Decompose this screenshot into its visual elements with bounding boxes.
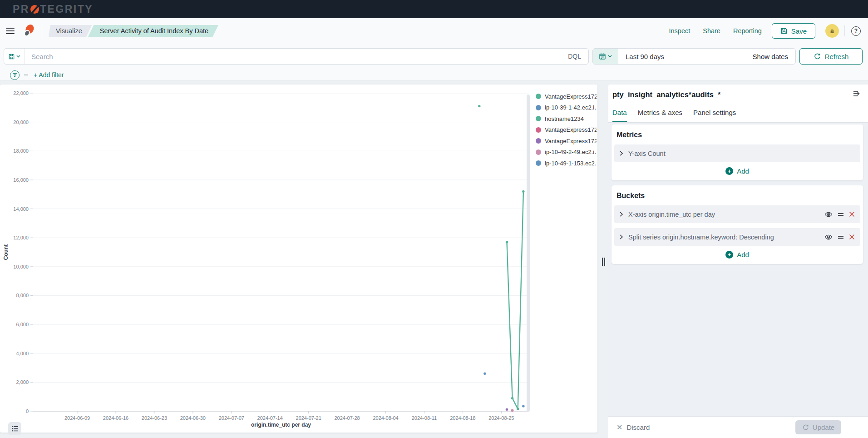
saved-query-menu-button[interactable] <box>4 49 25 64</box>
legend-swatch-icon <box>536 116 541 121</box>
editor-tabs: Data Metrics & axes Panel settings <box>612 109 736 122</box>
legend-swatch-icon <box>536 138 541 144</box>
legend-item[interactable]: VantageExpress172… <box>536 91 597 102</box>
tab-metrics-axes[interactable]: Metrics & axes <box>638 109 682 122</box>
y-tick-label: 14,000 <box>13 206 29 212</box>
drag-handle-icon[interactable] <box>838 235 844 239</box>
x-tick-label: 2024-06-16 <box>103 415 128 421</box>
y-tick-label: 4,000 <box>16 351 29 356</box>
refresh-button[interactable]: Refresh <box>799 48 863 65</box>
refresh-icon <box>814 53 821 60</box>
legend-swatch-icon <box>536 94 541 99</box>
search-input[interactable] <box>25 53 561 60</box>
chart-legend: VantageExpress172…ip-10-39-1-42.ec2.i…ho… <box>536 91 597 169</box>
toggle-visibility-eye-icon[interactable] <box>824 234 833 240</box>
refresh-icon <box>802 424 809 431</box>
legend-item[interactable]: hostname1234 <box>536 113 597 124</box>
legend-item[interactable]: VantageExpress172… <box>536 124 597 136</box>
header-chrome: Visualize Server Activity of Audit Index… <box>0 18 868 81</box>
discard-button[interactable]: ✕ Discard <box>616 423 650 432</box>
legend-item[interactable]: VantageExpress172… <box>536 135 597 147</box>
visualization-card: 02,0004,0006,0008,00010,00012,00014,0001… <box>0 85 597 433</box>
plus-circle-icon: + <box>725 167 733 175</box>
y-tick-label: 2,000 <box>16 379 29 385</box>
close-icon: ✕ <box>616 423 622 432</box>
metric-row-y-axis-count[interactable]: Y-axis Count <box>614 144 860 162</box>
save-button[interactable]: Save <box>772 23 815 39</box>
add-filter-button[interactable]: + Add filter <box>34 71 64 79</box>
legend-swatch-icon <box>536 149 541 155</box>
reporting-link[interactable]: Reporting <box>733 27 762 35</box>
collapse-panel-icon[interactable] <box>853 90 861 99</box>
breadcrumb-visualize[interactable]: Visualize <box>49 25 92 37</box>
filter-icon[interactable] <box>10 70 20 80</box>
chevron-right-icon <box>620 212 623 217</box>
editor-panel-header: pty_insight_analytics*audits_* Data Metr… <box>608 85 868 123</box>
help-icon[interactable]: ? <box>851 26 861 36</box>
brand-text-pre: PR <box>13 3 30 15</box>
add-metric-button[interactable]: + Add <box>725 167 749 175</box>
brand-text-post: TEGRITY <box>40 3 93 15</box>
menu-hamburger-icon[interactable] <box>0 22 20 40</box>
x-tick-label: 2024-08-18 <box>450 415 475 421</box>
toolbar-divider <box>844 25 845 36</box>
legend-swatch-icon <box>536 127 541 133</box>
chevron-down-icon <box>16 55 20 58</box>
x-tick-label: 2024-07-14 <box>257 415 283 421</box>
dql-button[interactable]: DQL <box>561 53 588 60</box>
metrics-heading: Metrics <box>616 131 860 139</box>
toggle-visibility-eye-icon[interactable] <box>824 211 833 218</box>
add-bucket-button[interactable]: + Add <box>725 251 749 259</box>
legend-item[interactable]: ip-10-49-1-153.ec2.i… <box>536 158 597 169</box>
chevron-right-icon <box>620 234 623 239</box>
x-tick-label: 2024-07-28 <box>334 415 360 421</box>
tab-panel-settings[interactable]: Panel settings <box>693 109 736 122</box>
y-tick-label: 8,000 <box>16 293 29 298</box>
buckets-heading: Buckets <box>616 192 860 200</box>
user-avatar[interactable]: a <box>825 24 839 38</box>
legend-item[interactable]: ip-10-49-2-49.ec2.i… <box>536 147 597 158</box>
editor-panel-footer: ✕ Discard Update <box>608 416 868 438</box>
bucket-row-x-axis[interactable]: X-axis origin.time_utc per day <box>614 205 860 223</box>
remove-bucket-close-icon[interactable] <box>849 234 855 240</box>
y-tick-label: 10,000 <box>13 264 29 269</box>
remove-bucket-close-icon[interactable] <box>849 211 855 217</box>
legend-scrollbar[interactable] <box>527 95 530 412</box>
y-tick-label: 0 <box>26 408 29 414</box>
x-tick-label: 2024-08-25 <box>488 415 514 421</box>
legend-swatch-icon <box>536 160 541 166</box>
line-chart[interactable]: 02,0004,0006,0008,00010,00012,00014,0001… <box>0 85 597 433</box>
app-logo-icon[interactable] <box>23 24 35 38</box>
metrics-section: Metrics Y-axis Count + Add <box>612 124 863 180</box>
x-tick-label: 2024-06-30 <box>180 415 206 421</box>
x-tick-label: 2024-07-21 <box>296 415 321 421</box>
list-icon <box>11 425 19 432</box>
update-button[interactable]: Update <box>795 420 841 434</box>
bucket-row-split-series[interactable]: Split series origin.hostname.keyword: De… <box>614 228 860 246</box>
tab-data[interactable]: Data <box>612 109 627 122</box>
saved-query-icon <box>8 53 15 60</box>
save-icon <box>780 27 788 35</box>
toolbar: Visualize Server Activity of Audit Index… <box>0 18 868 44</box>
panel-resize-handle[interactable] <box>602 258 605 266</box>
y-tick-label: 20,000 <box>13 119 29 125</box>
chevron-down-icon <box>608 55 612 58</box>
filter-dash <box>24 75 28 75</box>
buckets-section: Buckets X-axis origin.time_utc per day S… <box>612 185 863 264</box>
search-bar: DQL <box>4 48 589 65</box>
share-link[interactable]: Share <box>703 27 720 35</box>
show-dates-button[interactable]: Show dates <box>753 53 795 60</box>
index-pattern-title: pty_insight_analytics*audits_* <box>612 90 720 99</box>
time-range-value[interactable]: Last 90 days <box>618 53 664 60</box>
plot-area[interactable] <box>33 93 529 411</box>
inspect-link[interactable]: Inspect <box>669 27 690 35</box>
legend-toggle-button[interactable] <box>8 422 21 435</box>
editor-panel-body: Metrics Y-axis Count + Add Buckets X-axi… <box>608 123 868 416</box>
y-tick-label: 6,000 <box>16 322 29 327</box>
x-tick-label: 2024-07-07 <box>219 415 244 421</box>
x-tick-label: 2024-06-09 <box>64 415 90 421</box>
drag-handle-icon[interactable] <box>838 212 844 217</box>
date-picker: Last 90 days Show dates <box>592 48 796 65</box>
calendar-button[interactable] <box>593 49 618 64</box>
legend-item[interactable]: ip-10-39-1-42.ec2.i… <box>536 102 597 114</box>
